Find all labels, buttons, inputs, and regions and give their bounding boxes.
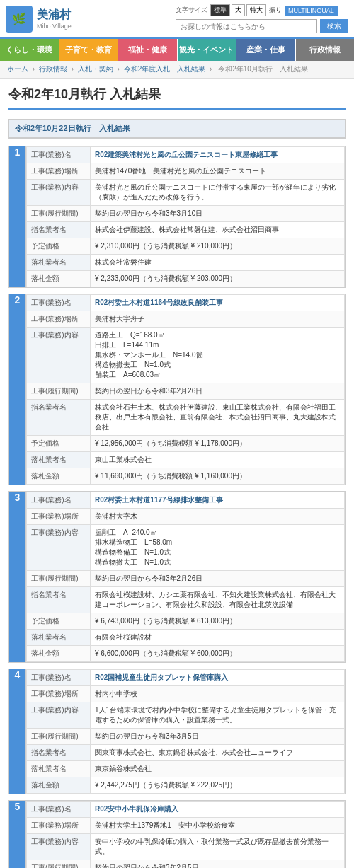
result-label: 工事(履行期間) (27, 729, 91, 745)
result-inner-table: 工事(業務)名R02安中小牛乳保冷庫購入工事(業務)場所美浦村大学土1379番地… (26, 801, 345, 868)
result-value: 有限会社桜建設材、カシエ薬有限会社、不知火建設業株式会社、有限会社大建コーポレー… (91, 587, 345, 613)
result-number: 5 (9, 801, 26, 869)
result-value: ¥ 2,442,275円（うち消費税額 ¥ 222,025円） (91, 777, 345, 794)
result-inner-table: 工事(業務)名R02村委土木村道1177号線排水整備工事工事(業務)場所美浦村大… (26, 492, 345, 662)
result-content: 工事(業務)名R02村委土木村道1164号線改良舗装工事工事(業務)場所美浦村大… (26, 294, 346, 485)
nav-item-kurashi[interactable]: くらし・環境 (0, 39, 59, 61)
search-button[interactable]: 検索 (320, 19, 348, 33)
result-value: 東山工業株式会社 (91, 452, 345, 468)
result-label: 落札金額 (27, 646, 91, 662)
result-label: 予定価格 (27, 238, 91, 255)
result-value: 美浦村大字舟子 (91, 311, 345, 328)
logo-icon: 🌿 (6, 6, 33, 33)
result-value: 契約日の翌日から令和3年3月10日 (91, 206, 345, 222)
result-label: 落札業者名 (27, 630, 91, 646)
text-size-large[interactable]: 大 (232, 4, 245, 16)
result-inner-table: 工事(業務)名R02村委土木村道1164号線改良舗装工事工事(業務)場所美浦村大… (26, 294, 345, 485)
page-title: 令和2年10月執行 入札結果 (8, 86, 346, 110)
result-content: 工事(業務)名R02安中小牛乳保冷庫購入工事(業務)場所美浦村大学土1379番地… (26, 801, 346, 869)
result-value: R02国補児童生徒用タブレット保管庫購入 (91, 670, 345, 686)
result-value: 関東商事株式会社、東京鍋谷株式会社、株式会社ニューライフ (91, 745, 345, 761)
result-section-header: 令和2年10月22日執行 入札結果 (8, 119, 346, 139)
result-label: 落札金額 (27, 468, 91, 485)
result-label: 工事(業務)内容 (27, 702, 91, 729)
result-label: 工事(業務)場所 (27, 163, 91, 180)
search-input[interactable] (176, 19, 317, 33)
result-row: 4工事(業務)名R02国補児童生徒用タブレット保管庫購入工事(業務)場所村内小中… (8, 669, 346, 794)
result-value: 安中小学校の牛乳保冷庫の購入・取付業務一式及び既存品撤去前分業務一式。 (91, 834, 345, 860)
result-value: 契約日の翌日から令和3年3月5日 (91, 729, 345, 745)
result-label: 工事(履行期間) (27, 383, 91, 400)
result-value: 美浦村1470番地 美浦村光と風の丘公園テニスコート (91, 163, 345, 180)
result-number: 4 (9, 669, 26, 794)
site-header: 🌿 美浦村 Miho Village 文字サイズ 標準 大 特大 振り MULT… (0, 0, 354, 39)
result-label: 工事(業務)名 (27, 802, 91, 818)
result-value: ¥ 2,233,000円（うち消費税額 ¥ 203,000円） (91, 271, 345, 287)
result-label: 工事(業務)場所 (27, 686, 91, 702)
result-label: 指名業者名 (27, 222, 91, 238)
result-label: 落札業者名 (27, 255, 91, 271)
result-value: ¥ 6,600,000円（うち消費税額 ¥ 600,000円） (91, 646, 345, 662)
text-size-xlarge[interactable]: 特大 (246, 4, 266, 16)
result-label: 工事(履行期間) (27, 571, 91, 587)
result-value: 契約日の翌日から令和3年2月26日 (91, 383, 345, 400)
text-size-buttons: 標準 大 特大 (210, 4, 266, 16)
result-label: 工事(履行期間) (27, 860, 91, 869)
multilingual-button[interactable]: MULTILINGUAL (285, 6, 338, 16)
result-value: 掘削工 A=240.0㎡ 排水構造物工 L=58.0m 構造物整備工 N=1.0… (91, 525, 345, 571)
result-label: 落札金額 (27, 777, 91, 794)
result-label: 予定価格 (27, 613, 91, 630)
result-label: 予定価格 (27, 436, 91, 452)
result-value: 東京鍋谷株式会社 (91, 761, 345, 777)
breadcrumb-nyusatsu[interactable]: 入札・契約 (78, 65, 113, 73)
result-label: 工事(業務)内容 (27, 180, 91, 206)
text-size-standard[interactable]: 標準 (210, 4, 230, 16)
nav-item-sangyo[interactable]: 産業・仕事 (236, 39, 296, 61)
result-label: 工事(業務)場所 (27, 818, 91, 834)
result-value: ¥ 2,310,000円（うち消費税額 ¥ 210,000円） (91, 238, 345, 255)
result-label: 工事(業務)内容 (27, 525, 91, 571)
results-container: 1工事(業務)名R02建築美浦村光と風の丘公園テニスコート東屋修繕工事工事(業務… (8, 146, 346, 868)
result-value: 美浦村大字木 (91, 509, 345, 525)
result-value: 株式会社石井土木、株式会社伊藤建設、東山工業株式会社、有限会社福田工務店、出戸土… (91, 400, 345, 436)
result-row: 1工事(業務)名R02建築美浦村光と風の丘公園テニスコート東屋修繕工事工事(業務… (8, 146, 346, 288)
text-size-label: 文字サイズ (176, 6, 207, 15)
nav-item-kanko[interactable]: 観光・イベント (178, 39, 237, 61)
result-label: 工事(履行期間) (27, 206, 91, 222)
breadcrumb: ホーム › 行政情報 › 入札・契約 › 令和2年度入札 入札結果 › 令和2年… (0, 61, 354, 79)
header-controls: 文字サイズ 標準 大 特大 振り MULTILINGUAL 検索 (176, 4, 348, 33)
result-label: 工事(業務)場所 (27, 311, 91, 328)
result-content: 工事(業務)名R02国補児童生徒用タブレット保管庫購入工事(業務)場所村内小中学… (26, 669, 346, 794)
breadcrumb-gyosei[interactable]: 行政情報 (39, 65, 67, 73)
logo-main: 美浦村 (37, 8, 72, 23)
furigana-label: 振り (269, 6, 282, 15)
result-label: 指名業者名 (27, 745, 91, 761)
result-row: 3工事(業務)名R02村委土木村道1177号線排水整備工事工事(業務)場所美浦村… (8, 491, 346, 663)
result-value: 契約日の翌日から令和3年2月5日 (91, 860, 345, 869)
result-inner-table: 工事(業務)名R02建築美浦村光と風の丘公園テニスコート東屋修繕工事工事(業務)… (26, 146, 345, 287)
breadcrumb-current: 令和2年10月執行 入札結果 (218, 65, 308, 73)
result-value: 村内小中学校 (91, 686, 345, 702)
result-value: R02安中小牛乳保冷庫購入 (91, 802, 345, 818)
result-value: R02村委土木村道1164号線改良舗装工事 (91, 295, 345, 311)
result-number: 1 (9, 146, 26, 288)
result-label: 工事(業務)名 (27, 670, 91, 686)
result-content: 工事(業務)名R02村委土木村道1177号線排水整備工事工事(業務)場所美浦村大… (26, 492, 346, 663)
result-value: 1人1台端末環境で村内小中学校に整備する児童生徒用タブレットを保管・充電するため… (91, 702, 345, 729)
result-number: 2 (9, 294, 26, 485)
result-value: 美浦村光と風の丘公園テニスコートに付帯する東屋の一部が経年により劣化（腐敗）が進… (91, 180, 345, 206)
breadcrumb-home[interactable]: ホーム (7, 65, 28, 73)
nav-item-kosodate[interactable]: 子育て・教育 (59, 39, 119, 61)
breadcrumb-reiwa2[interactable]: 令和2年度入札 入札結果 (124, 65, 206, 73)
result-label: 工事(業務)名 (27, 295, 91, 311)
nav-item-fukushi[interactable]: 福祉・健康 (118, 39, 178, 61)
result-value: 道路土工 Q=168.0㎥ 田排工 L=144.11m 集水桝・マンホール工 N… (91, 328, 345, 383)
nav-item-gyosei[interactable]: 行政情報 (296, 39, 355, 61)
result-value: ¥ 6,743,000円（うち消費税額 ¥ 613,000円） (91, 613, 345, 630)
result-value: R02村委土木村道1177号線排水整備工事 (91, 492, 345, 509)
result-row: 2工事(業務)名R02村委土木村道1164号線改良舗装工事工事(業務)場所美浦村… (8, 294, 346, 485)
main-nav: くらし・環境 子育て・教育 福祉・健康 観光・イベント 産業・仕事 行政情報 (0, 39, 354, 61)
logo-area: 🌿 美浦村 Miho Village (6, 6, 72, 33)
result-label: 指名業者名 (27, 400, 91, 436)
result-label: 工事(業務)場所 (27, 509, 91, 525)
